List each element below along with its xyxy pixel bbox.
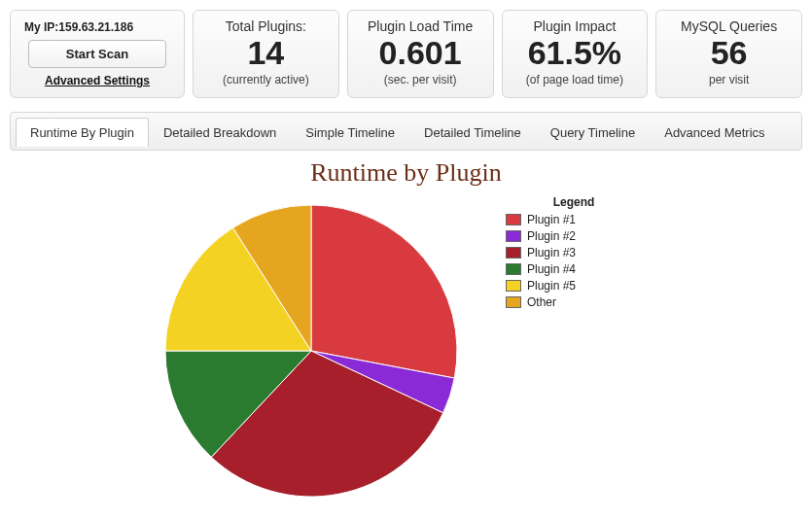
chart-area: Runtime by Plugin Legend Plugin #1Plugin… (10, 158, 802, 508)
legend-swatch (506, 263, 521, 275)
pie-wrap: Legend Plugin #1Plugin #2Plugin #3Plugin… (10, 195, 802, 509)
legend-swatch (506, 280, 521, 292)
legend-label: Plugin #2 (527, 229, 576, 243)
stat-value: 56 (666, 36, 792, 71)
stat-sub: (of page load time) (512, 73, 638, 86)
stat-value: 61.5% (512, 36, 638, 71)
control-card: My IP:159.63.21.186 Start Scan Advanced … (10, 10, 185, 98)
my-ip-label: My IP:159.63.21.186 (24, 20, 174, 34)
stat-card-impact: Plugin Impact 61.5% (of page load time) (502, 10, 649, 98)
legend-swatch (506, 247, 521, 259)
pie-chart (156, 195, 467, 509)
tab-runtime-by-plugin[interactable]: Runtime By Plugin (16, 118, 149, 147)
legend-row: Plugin #4 (506, 262, 642, 276)
tabstrip: Runtime By Plugin Detailed Breakdown Sim… (10, 112, 802, 151)
stat-title: MySQL Queries (666, 18, 792, 34)
tab-simple-timeline[interactable]: Simple Timeline (291, 118, 409, 147)
legend-label: Plugin #3 (527, 246, 576, 259)
stat-card-queries: MySQL Queries 56 per visit (655, 10, 802, 98)
advanced-settings-link[interactable]: Advanced Settings (20, 74, 174, 87)
legend-label: Plugin #4 (527, 262, 576, 276)
legend-label: Plugin #5 (527, 279, 576, 293)
stat-sub: (currently active) (203, 73, 329, 86)
stat-card-load-time: Plugin Load Time 0.601 (sec. per visit) (347, 10, 494, 98)
tab-advanced-metrics[interactable]: Advanced Metrics (650, 118, 779, 147)
chart-legend: Legend Plugin #1Plugin #2Plugin #3Plugin… (506, 195, 642, 312)
stat-sub: per visit (666, 73, 792, 86)
tab-detailed-breakdown[interactable]: Detailed Breakdown (149, 118, 291, 147)
tab-detailed-timeline[interactable]: Detailed Timeline (409, 118, 536, 147)
stat-value: 0.601 (358, 36, 483, 71)
legend-row: Other (506, 295, 642, 309)
stat-sub: (sec. per visit) (358, 73, 483, 86)
legend-row: Plugin #1 (506, 213, 642, 226)
legend-swatch (506, 230, 521, 242)
stat-title: Total Plugins: (203, 18, 329, 34)
legend-title: Legend (506, 195, 642, 209)
legend-row: Plugin #2 (506, 229, 642, 243)
stat-title: Plugin Impact (512, 18, 638, 34)
legend-label: Plugin #1 (527, 213, 576, 226)
start-scan-button[interactable]: Start Scan (28, 40, 166, 68)
pie-slice (311, 205, 457, 378)
legend-row: Plugin #3 (506, 246, 642, 259)
chart-title: Runtime by Plugin (10, 158, 802, 188)
tab-query-timeline[interactable]: Query Timeline (536, 118, 650, 147)
legend-swatch (506, 296, 521, 308)
stat-card-total-plugins: Total Plugins: 14 (currently active) (193, 10, 339, 98)
legend-row: Plugin #5 (506, 279, 642, 293)
stat-title: Plugin Load Time (358, 18, 483, 34)
stat-value: 14 (203, 36, 329, 71)
summary-row: My IP:159.63.21.186 Start Scan Advanced … (10, 10, 802, 98)
legend-swatch (506, 214, 521, 225)
legend-label: Other (527, 295, 556, 309)
